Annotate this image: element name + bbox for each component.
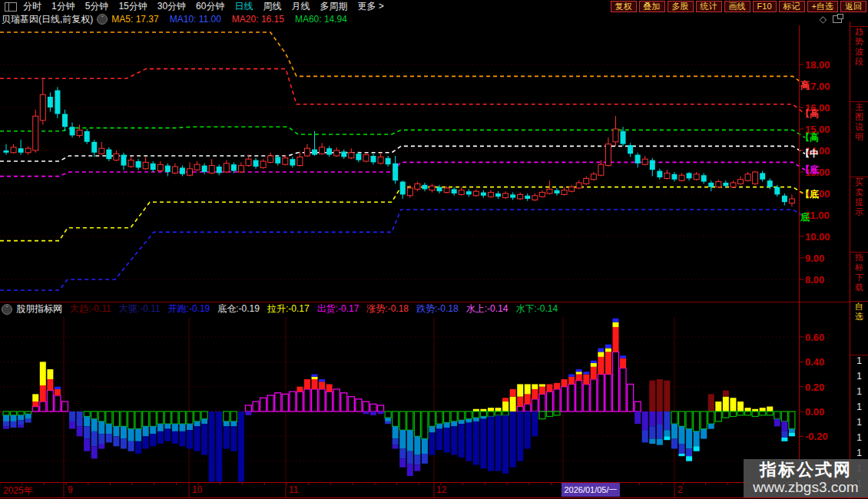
period-tab-60分钟[interactable]: 60分钟 <box>196 0 224 13</box>
histogram-bar[interactable] <box>187 411 193 449</box>
histogram-bar[interactable] <box>11 411 17 428</box>
histogram-bar[interactable] <box>135 411 141 454</box>
candle[interactable] <box>194 161 200 171</box>
histogram-bar[interactable] <box>694 411 700 451</box>
histogram-bar[interactable] <box>25 411 31 423</box>
period-tab-分时[interactable]: 分时 <box>23 0 41 13</box>
histogram-bar[interactable] <box>429 411 435 455</box>
chevron-down-icon[interactable]: ˇ <box>97 14 108 25</box>
candle[interactable] <box>466 189 472 197</box>
candle[interactable] <box>165 164 171 177</box>
histogram-bar[interactable] <box>767 407 773 415</box>
candle[interactable] <box>576 180 581 189</box>
histogram-bar[interactable] <box>532 384 538 436</box>
histogram-bar[interactable] <box>715 402 721 421</box>
period-tab-多周期[interactable]: 多周期 <box>320 0 347 13</box>
candle[interactable] <box>334 147 340 157</box>
candle[interactable] <box>716 180 721 188</box>
candle[interactable] <box>33 110 38 153</box>
candle[interactable] <box>253 158 259 169</box>
candle[interactable] <box>136 159 141 170</box>
histogram-bar[interactable] <box>525 384 531 448</box>
histogram-bar[interactable] <box>172 411 178 444</box>
histogram-bar[interactable] <box>422 411 428 464</box>
histogram-bar[interactable] <box>745 408 751 415</box>
histogram-bar[interactable] <box>32 394 38 411</box>
histogram-bar[interactable] <box>3 411 9 429</box>
histogram-bar[interactable] <box>649 381 655 444</box>
histogram-bar[interactable] <box>201 411 207 455</box>
histogram-bar[interactable] <box>260 398 267 411</box>
candle[interactable] <box>172 164 177 174</box>
candle[interactable] <box>260 159 266 169</box>
histogram-bar[interactable] <box>480 409 486 469</box>
candle[interactable] <box>613 116 618 146</box>
candle[interactable] <box>473 189 479 197</box>
period-tab-1分钟[interactable]: 1分钟 <box>51 0 75 13</box>
candle[interactable] <box>62 110 68 131</box>
histogram-bar[interactable] <box>459 411 465 458</box>
histogram-bar[interactable] <box>671 411 678 449</box>
candle[interactable] <box>4 144 9 155</box>
candle[interactable] <box>393 156 398 183</box>
histogram-bar[interactable] <box>620 355 626 411</box>
histogram-bar[interactable] <box>444 411 450 452</box>
candle[interactable] <box>503 191 509 199</box>
candle[interactable] <box>70 123 75 138</box>
histogram-bar[interactable] <box>143 411 149 449</box>
histogram-bar[interactable] <box>106 411 112 442</box>
candle[interactable] <box>782 193 787 205</box>
histogram-bar[interactable] <box>591 361 597 411</box>
histogram-bar[interactable] <box>253 402 259 411</box>
candle[interactable] <box>635 153 641 168</box>
toolbar-button-叠加[interactable]: 叠加 <box>639 1 665 12</box>
candle[interactable] <box>650 158 655 177</box>
histogram-bar[interactable] <box>47 369 53 411</box>
histogram-bar[interactable] <box>436 411 442 450</box>
histogram-bar[interactable] <box>61 402 68 411</box>
toolbar-button-F10[interactable]: F10 <box>753 1 777 12</box>
candle[interactable] <box>481 190 486 198</box>
candle[interactable] <box>605 137 611 167</box>
histogram-bar[interactable] <box>701 411 707 439</box>
toolbar-button-画线[interactable]: 画线 <box>724 1 750 12</box>
candle[interactable] <box>25 146 31 154</box>
candle[interactable] <box>422 183 427 191</box>
histogram-bar[interactable] <box>290 392 296 411</box>
candle[interactable] <box>687 172 692 180</box>
histogram-bar[interactable] <box>356 399 362 411</box>
candle[interactable] <box>11 144 16 154</box>
histogram-bar[interactable] <box>628 384 634 411</box>
candle[interactable] <box>371 154 376 164</box>
candle[interactable] <box>151 161 156 172</box>
candle[interactable] <box>187 162 193 176</box>
candle[interactable] <box>363 153 369 163</box>
histogram-bar[interactable] <box>562 379 568 411</box>
histogram-bar[interactable] <box>488 408 494 471</box>
histogram-bar[interactable] <box>216 411 222 482</box>
period-tab-日线[interactable]: 日线 <box>234 0 253 13</box>
candle[interactable] <box>539 190 545 198</box>
candle[interactable] <box>495 191 501 199</box>
histogram-bar[interactable] <box>657 379 663 445</box>
candle[interactable] <box>55 87 60 118</box>
histogram-bar[interactable] <box>679 411 685 456</box>
candle[interactable] <box>77 124 82 137</box>
candle[interactable] <box>569 185 575 193</box>
histogram-bar[interactable] <box>708 394 714 428</box>
candle[interactable] <box>679 173 684 181</box>
histogram-bar[interactable] <box>789 411 795 436</box>
histogram-bar[interactable] <box>407 411 413 476</box>
period-tab-15分钟[interactable]: 15分钟 <box>118 0 147 13</box>
histogram-bar[interactable] <box>304 379 310 411</box>
candle[interactable] <box>268 153 273 164</box>
histogram-bar[interactable] <box>612 319 618 411</box>
candle[interactable] <box>664 170 670 180</box>
histogram-bar[interactable] <box>297 387 303 411</box>
candle[interactable] <box>99 142 104 155</box>
candle[interactable] <box>320 143 325 154</box>
chart-canvas[interactable] <box>0 0 868 499</box>
histogram-bar[interactable] <box>598 349 604 411</box>
candle[interactable] <box>518 193 523 200</box>
histogram-bar[interactable] <box>282 394 288 411</box>
